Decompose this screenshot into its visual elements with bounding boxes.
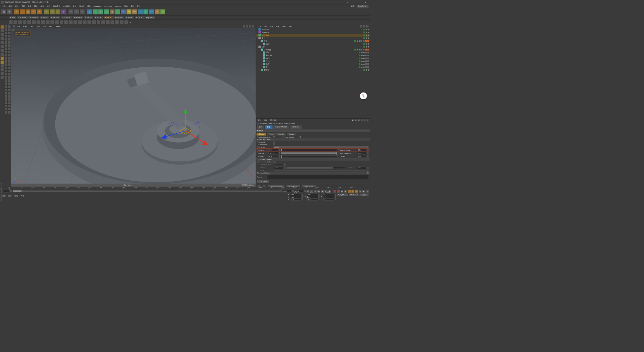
menu-流水线[interactable]: 流水线	[78, 5, 86, 8]
field-chip-1[interactable]: 节点网格	[17, 16, 28, 19]
spinner-icon[interactable]	[318, 196, 320, 198]
snap-43[interactable]	[8, 92, 11, 95]
mode-10[interactable]	[1, 68, 4, 72]
vis-editor-icon[interactable]	[361, 61, 363, 62]
layer-tag[interactable]	[363, 31, 365, 33]
vis-render-icon[interactable]	[363, 63, 365, 65]
snap-36[interactable]	[5, 82, 7, 85]
vis-render-icon[interactable]	[368, 46, 369, 47]
object-tag[interactable]	[367, 60, 369, 62]
snap-10[interactable]	[5, 41, 7, 44]
menu-模式[interactable]: 模式	[257, 119, 263, 122]
subtool-3[interactable]	[23, 20, 27, 24]
snap-24[interactable]	[5, 63, 7, 66]
menu-标签[interactable]: 标签	[281, 25, 287, 28]
layer-tag[interactable]	[358, 60, 360, 62]
snap-8[interactable]	[5, 38, 7, 40]
snap-22[interactable]	[5, 60, 7, 63]
snap-54[interactable]	[5, 111, 7, 114]
menu-帮助[interactable]: 帮助	[136, 5, 142, 8]
subtool-5[interactable]	[32, 20, 36, 24]
add-action-button[interactable]: Add Action	[257, 180, 270, 184]
vis-editor-icon[interactable]	[357, 40, 358, 41]
layer-tag[interactable]	[363, 28, 365, 30]
menu-ProRender[interactable]: ProRender	[54, 25, 64, 27]
snap-28[interactable]	[5, 70, 7, 72]
snap-0[interactable]	[5, 25, 7, 28]
menu-文件[interactable]: 文件	[1, 5, 7, 8]
vis-editor-icon[interactable]	[366, 43, 367, 45]
help-icon[interactable]	[257, 185, 261, 187]
object-row-长杆[interactable]: 长杆	[256, 63, 370, 65]
stiffness-field[interactable]	[274, 167, 283, 169]
snap-30[interactable]	[5, 73, 7, 75]
layer-tag[interactable]	[358, 52, 360, 54]
spinner-icon[interactable]	[335, 196, 336, 198]
menu-体积[interactable]: 体积	[46, 5, 51, 8]
snap-21[interactable]	[8, 57, 11, 60]
vis-render-icon[interactable]	[359, 40, 360, 41]
stiffness-slider[interactable]	[287, 167, 345, 169]
vis-render-icon[interactable]	[363, 52, 365, 53]
break-field[interactable]	[357, 167, 366, 169]
attr-subtab-Forces[interactable]: Forces	[266, 133, 276, 136]
layer-tag[interactable]	[363, 37, 365, 39]
mode-s[interactable]	[1, 60, 4, 64]
redo-button[interactable]	[7, 9, 12, 14]
vis-render-icon[interactable]	[363, 61, 365, 62]
subtool-10[interactable]	[55, 20, 59, 24]
menu-窗口[interactable]: 窗口	[130, 5, 135, 8]
timeline-ruler[interactable]: 0204060801001201401601802002202402602803…	[0, 187, 370, 190]
object-row-备份[interactable]: -备份	[256, 37, 370, 39]
subtool-6[interactable]	[36, 20, 41, 24]
subtool-25[interactable]	[124, 20, 128, 24]
menu-Redshift[interactable]: Redshift	[114, 5, 122, 8]
video-icon[interactable]	[262, 185, 266, 187]
snap-32[interactable]	[5, 76, 7, 79]
menu-显示[interactable]: 显示	[29, 25, 35, 28]
object-tag[interactable]	[365, 57, 367, 59]
spinner-icon[interactable]	[335, 198, 336, 201]
close-button[interactable]: ✕	[362, 0, 369, 4]
mode-4[interactable]	[1, 37, 4, 40]
snap-26[interactable]	[5, 66, 7, 69]
object-tag[interactable]	[360, 49, 362, 51]
reset-defaults-button[interactable]: Reset to Defaults	[267, 185, 285, 187]
coord-尺寸-X[interactable]	[306, 194, 318, 196]
menu-创建[interactable]: 创建	[1, 194, 7, 197]
snap-16[interactable]	[5, 51, 7, 53]
field-chip-4[interactable]: 圆柱体域	[50, 16, 61, 19]
object-manager[interactable]: xpFluidFXxpGravityxpEmitter-备份-容器圆柱-空白-中…	[256, 28, 370, 119]
xp-3[interactable]: OR	[149, 9, 154, 14]
attr-tab-Groups Affected[interactable]: Groups Affected	[273, 125, 289, 129]
snap-27[interactable]	[8, 66, 11, 69]
snap-35[interactable]	[8, 79, 11, 82]
subtool-18[interactable]	[92, 20, 96, 24]
object-row-xpGravity[interactable]: xpGravity	[256, 31, 370, 34]
vis-render-icon[interactable]	[368, 35, 369, 36]
spinner-icon[interactable]	[367, 166, 369, 169]
layer-tag[interactable]	[354, 49, 356, 51]
object-row-中间转盘[interactable]: -中间转盘	[256, 48, 370, 51]
coord-尺寸-Y[interactable]	[306, 196, 318, 198]
add-nurbs[interactable]: ◉	[98, 9, 103, 14]
mode-6[interactable]	[1, 45, 4, 48]
subtool-7[interactable]	[41, 20, 45, 24]
snap-53[interactable]	[8, 108, 11, 110]
vis-editor-icon[interactable]	[366, 37, 367, 39]
vis-editor-icon[interactable]	[366, 29, 367, 30]
snap-33[interactable]	[8, 76, 11, 79]
object-tag[interactable]	[367, 66, 369, 68]
field-chip-5[interactable]: 圆锥体域	[61, 16, 72, 19]
spinner-icon[interactable]	[279, 152, 280, 155]
menu-摄像机[interactable]: 摄像机	[22, 25, 29, 28]
snap-2[interactable]	[5, 28, 7, 31]
snap-18[interactable]	[5, 54, 7, 57]
scatter-slider[interactable]	[281, 155, 337, 157]
subtool-9[interactable]	[50, 20, 54, 24]
snap-48[interactable]	[5, 101, 7, 104]
snap-52[interactable]	[5, 108, 7, 110]
layout-dropdown[interactable]: 启动 (用户)	[356, 5, 369, 8]
menu-运动跟踪[interactable]: 运动跟踪	[62, 5, 71, 8]
friction-field[interactable]	[268, 152, 278, 154]
